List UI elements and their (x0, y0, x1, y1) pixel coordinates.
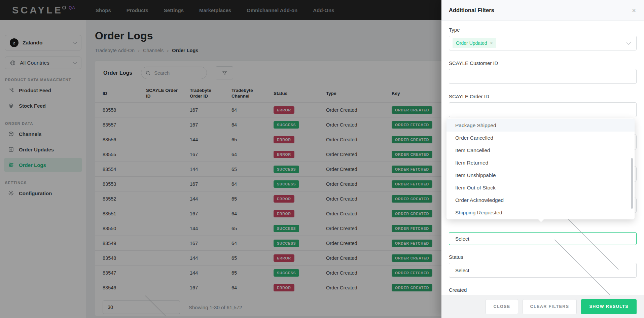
panel-header: Additional Filters × (441, 0, 644, 21)
close-icon[interactable]: × (632, 7, 636, 14)
option-item-returned[interactable]: Item Returned (446, 156, 635, 169)
type-tag-label: Order Updated (456, 40, 487, 46)
dropdown-notch (538, 219, 544, 222)
option-order-acknowledged[interactable]: Order Acknowledged (446, 194, 635, 206)
scayle-order-id-label: SCAYLE Order ID (449, 94, 637, 99)
chevron-down-icon (627, 40, 631, 45)
option-order-cancelled[interactable]: Order Cancelled (446, 132, 635, 144)
option-item-out-of-stock[interactable]: Item Out of Stock (446, 181, 635, 194)
clear-filters-button[interactable]: CLEAR FILTERS (523, 299, 577, 314)
option-item-unshippable[interactable]: Item Unshippable (446, 169, 635, 181)
scayle-customer-id-label: SCAYLE Customer ID (449, 60, 637, 66)
dropdown-scrollbar-thumb[interactable] (631, 158, 633, 209)
tag-remove-icon[interactable]: × (490, 40, 493, 46)
panel-title: Additional Filters (449, 7, 632, 13)
type-label: Type (449, 27, 637, 33)
option-package-shipped[interactable]: Package Shipped (446, 119, 635, 132)
open-select[interactable]: Select (449, 232, 637, 245)
panel-footer: CLOSE CLEAR FILTERS SHOW RESULTS (441, 295, 644, 318)
scayle-order-id-field (449, 102, 637, 117)
status-select[interactable]: Select (449, 263, 637, 278)
option-item-cancelled[interactable]: Item Cancelled (446, 144, 635, 156)
select-dropdown-popup: Package Shipped Order Cancelled Item Can… (446, 118, 635, 219)
app-window: SCAYLE QA Shops Products Settings Market… (0, 0, 644, 318)
scayle-order-id-input[interactable] (455, 107, 630, 113)
status-select-value: Select (455, 268, 543, 273)
option-shipping-requested[interactable]: Shipping Requested (446, 206, 635, 219)
show-results-button[interactable]: SHOW RESULTS (581, 299, 637, 314)
scayle-customer-id-field (449, 69, 637, 84)
open-select-value: Select (455, 236, 543, 242)
type-multiselect[interactable]: Order Updated × (449, 36, 637, 50)
type-tag: Order Updated × (453, 38, 496, 48)
close-button[interactable]: CLOSE (486, 299, 518, 314)
scayle-customer-id-input[interactable] (455, 73, 630, 80)
